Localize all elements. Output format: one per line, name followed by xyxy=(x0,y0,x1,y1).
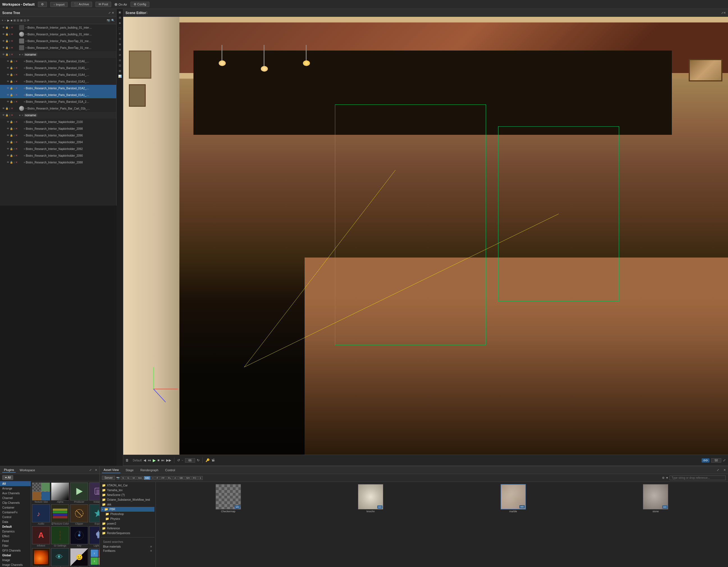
folder-physics[interactable]: 📁 Physics xyxy=(101,516,154,521)
plugin-light-v4[interactable]: Light V4 xyxy=(89,526,99,547)
eye-icon[interactable]: 👁 xyxy=(2,40,5,42)
plugins-expand-icon[interactable]: ⤢ xyxy=(89,468,92,472)
stop-btn[interactable]: ■ xyxy=(158,458,159,462)
tree-item[interactable]: 👁 🔒 Z ✕ + Bistro_Research_Interior_Paris… xyxy=(0,58,116,65)
folder-octane[interactable]: 📁 Octane_Substance_Workflow_test xyxy=(101,497,154,502)
viewport-icon-1[interactable]: ▣ xyxy=(118,10,122,14)
scene-editor-close-icon[interactable]: ✕ xyxy=(724,11,726,14)
server-btn[interactable]: Server xyxy=(102,476,115,480)
type-sb[interactable]: SB xyxy=(178,476,184,480)
tree-group-noname2[interactable]: 👁 🔒 Z ✕ ▾ + noname xyxy=(0,112,116,119)
x-icon[interactable]: ✕ xyxy=(11,46,13,49)
x-icon[interactable]: ✕ xyxy=(15,134,18,137)
workspace-tab[interactable]: Workspace xyxy=(18,468,37,472)
plugin-audio[interactable]: ♪ Audio xyxy=(32,504,50,525)
x-icon[interactable]: ✕ xyxy=(15,87,18,90)
post-btn[interactable]: ✉ Post xyxy=(95,2,111,7)
x-icon[interactable]: ✕ xyxy=(11,40,13,42)
viewport-icon-9[interactable]: ⊘ xyxy=(118,53,122,57)
cat-gfx[interactable]: GFX Channels xyxy=(0,548,31,553)
tree-item[interactable]: 👁 🔒 Z ✕ + Bistro_Research_Interior_paris… xyxy=(0,24,116,31)
x-icon[interactable]: ✕ xyxy=(15,94,18,96)
eye-icon[interactable]: 👁 xyxy=(7,100,9,103)
type-a[interactable]: A xyxy=(173,476,177,480)
all-filter-btn[interactable]: ✦ All xyxy=(2,475,13,480)
cat-effect[interactable]: Effect xyxy=(0,534,31,539)
lock-icon[interactable]: 🔒 xyxy=(5,46,8,49)
lock-icon[interactable]: 🔒 xyxy=(10,147,13,150)
viewport-icon-4[interactable]: ⬚ xyxy=(118,26,122,30)
asset-close-icon[interactable]: ✕ xyxy=(724,468,726,472)
scene-tree-close-icon[interactable]: ✕ xyxy=(112,11,114,14)
tree-item[interactable]: 👁 🔒 Z ✕ + Bistro_Research_Interior_Napki… xyxy=(0,152,116,159)
asset-marble[interactable]: MD marble xyxy=(443,484,583,513)
lock-icon[interactable]: 🔒 xyxy=(10,80,13,83)
loop-btn[interactable]: ↺ xyxy=(177,458,180,462)
plugin-expert[interactable]: Expert xyxy=(89,504,99,525)
folder-okk[interactable]: 📁 okk xyxy=(101,502,154,507)
plugin-producer[interactable]: Producer xyxy=(70,482,88,503)
viewport-icon-11[interactable]: ⊡ xyxy=(118,63,122,68)
cat-dynamics[interactable]: Dynamics xyxy=(0,529,31,534)
tree-item[interactable]: 👁 🔒 Z ✕ + Bistro_Research_Interior_Paris… xyxy=(0,65,116,71)
cat-channel[interactable]: Channel xyxy=(0,496,31,500)
add-btn[interactable]: + xyxy=(2,19,3,22)
tree-item-selected[interactable]: 👁 🔒 Z ✕ + Bistro_Research_Interior_Paris… xyxy=(0,92,116,98)
x-icon[interactable]: ✕ xyxy=(11,26,13,29)
x-icon[interactable]: ✕ xyxy=(15,141,18,144)
eye-icon[interactable]: 👁 xyxy=(7,80,9,83)
tree-group-noname[interactable]: 👁 🔒 Z ✕ ▾ + noname xyxy=(0,51,116,58)
tree-item[interactable]: 👁 🔒 Z ✕ + Bistro_Research_Interior_Paris… xyxy=(0,105,116,112)
plugin-layers[interactable]: 1 2 3 4 Layers xyxy=(89,548,99,567)
cat-control[interactable]: Control xyxy=(0,515,31,520)
plugin-light-layer[interactable]: Light Layer xyxy=(32,548,50,567)
frame-input[interactable]: 66 xyxy=(185,458,195,463)
key-btn[interactable]: 🔑 xyxy=(206,458,210,462)
group-arrow[interactable]: ▾ xyxy=(19,53,20,56)
x-icon[interactable]: ✕ xyxy=(15,154,18,157)
playback-mode[interactable]: ⟳⟳ xyxy=(702,458,709,463)
eye-icon[interactable]: 👁 xyxy=(7,94,9,96)
loop2-btn[interactable]: ↻ xyxy=(197,458,200,462)
eye-icon[interactable]: 👁 xyxy=(2,114,5,117)
viewport-icon-2[interactable]: ⊞ xyxy=(118,15,122,20)
tree-item[interactable]: 👁 🔒 Z ✕ + Bistro_Research_Interior_Napki… xyxy=(0,139,116,145)
tree-item[interactable]: 👁 🔒 Z ✕ + Bistro_Research_Interior_Napki… xyxy=(0,119,116,125)
tree-icon3[interactable]: ⊠ xyxy=(20,19,22,22)
next-frame-btn[interactable]: ⏭ xyxy=(161,458,165,462)
eye-icon[interactable]: 👁 xyxy=(7,161,9,164)
archive-btn[interactable]: ⬛ Archive xyxy=(71,2,92,7)
viewport-icon-12[interactable]: ⊠ xyxy=(118,69,122,73)
tree-item[interactable]: 👁 🔒 Z ✕ + Bistro_Research_Interior_Paris… xyxy=(0,71,116,78)
type-ma[interactable]: MA xyxy=(137,476,143,480)
import-btn[interactable]: ↑ Import xyxy=(50,2,68,7)
tree-item-selected[interactable]: 👁 🔒 Z ✕ + Bistro_Research_Interior_Paris… xyxy=(0,85,116,92)
folder-pbr[interactable]: ▾ 📂 PBR xyxy=(101,507,154,512)
x-icon[interactable]: ✕ xyxy=(15,80,18,83)
plugin-masking[interactable]: 😐 Masking xyxy=(70,548,88,567)
eye-icon[interactable]: 👁 xyxy=(7,127,9,130)
viewport-icon-13[interactable]: 📊 xyxy=(118,74,122,78)
tree-item[interactable]: 👁 🔒 Z ✕ + Bistro_Research_Interior_Paris… xyxy=(0,98,116,105)
asset-expand-icon[interactable]: ⤢ xyxy=(717,468,719,472)
type-1[interactable]: 1 xyxy=(198,476,203,480)
cat-global[interactable]: Global xyxy=(0,553,31,558)
plugin-infotext[interactable]: A Infotext xyxy=(32,526,50,547)
lock-icon[interactable]: 🔒 xyxy=(5,114,8,117)
eye-icon[interactable]: 👁 xyxy=(7,60,9,63)
tree-item[interactable]: 👁 🔒 Z ✕ + Bistro_Research_Interior_Napki… xyxy=(0,132,116,139)
asset-search-input[interactable] xyxy=(670,475,726,480)
asset-icon1[interactable]: 📷 xyxy=(116,476,120,479)
tree-item[interactable]: 👁 🔒 Z ✕ + Bistro_Research_Interior_Paris… xyxy=(0,78,116,85)
eye-icon[interactable]: 👁 xyxy=(7,120,9,123)
type-ff[interactable]: FF xyxy=(160,476,166,480)
folder-yamaha[interactable]: 📁 Yamaha_tex xyxy=(101,488,154,493)
tab-rendergraph[interactable]: Rendergraph xyxy=(139,467,160,473)
saved-blue-materials[interactable]: Blue materials ✕ xyxy=(103,545,152,549)
lock-icon[interactable]: 🔒 xyxy=(5,53,8,56)
on-air-indicator[interactable]: On Air xyxy=(115,3,127,6)
x-icon[interactable]: ✕ xyxy=(15,100,18,103)
lock-icon[interactable]: 🔒 xyxy=(5,26,8,29)
plugin-texture-slot[interactable]: Texture Slot xyxy=(32,482,50,503)
tree-icon1[interactable]: ⊞ xyxy=(13,19,16,22)
